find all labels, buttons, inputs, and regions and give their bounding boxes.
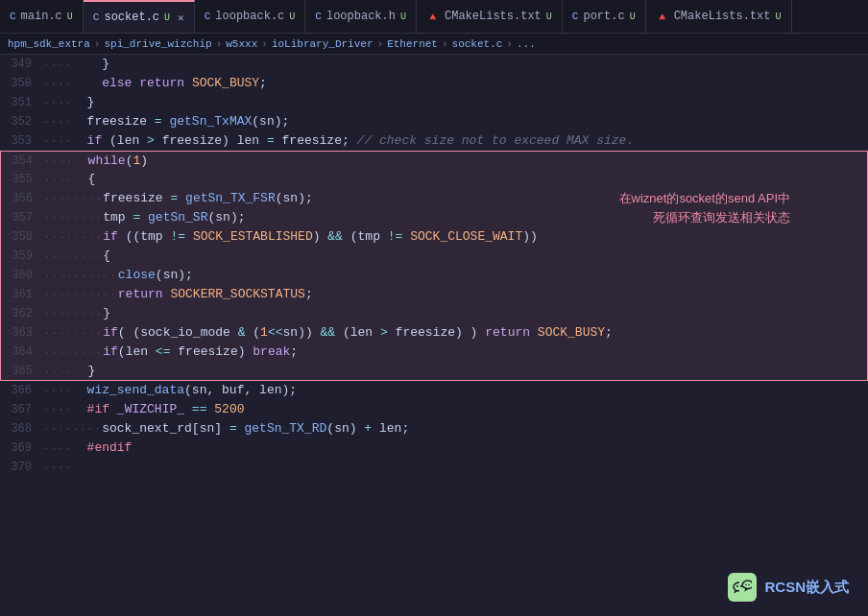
c-file-icon: C [572,11,579,22]
code-line-358: 358 ········ if ((tmp != SOCK_ESTABLISHE… [0,227,868,247]
code-line-359: 359 ········ { [0,247,868,266]
breadcrumb-ethernet: Ethernet [387,38,438,50]
code-line-361: 361 ············ return SOCKERR_SOCKSTAT… [0,285,868,304]
breadcrumb-part: hpm_sdk_extra [8,38,90,50]
tab-modified: U [546,12,552,22]
tab-loopback-c[interactable]: C loopback.c U [195,0,306,34]
tab-label: CMakeLists.txt [445,10,542,23]
breadcrumb-part: ioLibrary_Driver [272,38,374,50]
code-line-363: 363 ········ if( (sock_io_mode & (1<<sn)… [0,323,868,343]
code-line-352: 352 ···· freesize = getSn_TxMAX(sn); [0,112,868,131]
code-line-364: 364 ········ if(len <= freesize) break; [0,343,868,362]
cmake-file-icon: 🔺 [656,11,669,23]
breadcrumb: hpm_sdk_extra › spi_drive_wizchip › w5xx… [0,34,868,55]
tab-cmakelists-2[interactable]: 🔺 CMakeLists.txt U [646,0,792,34]
h-file-icon: C [315,11,322,22]
tab-label: loopback.c [215,10,284,23]
annotation-line2: 死循环查询发送相关状态 [653,208,790,227]
tab-label: loopback.h [326,10,396,23]
code-line-353: 353 ···· if (len > freesize) len = frees… [0,131,868,151]
tab-modified: U [67,12,73,22]
c-file-icon: C [205,11,211,22]
cmake-file-icon: 🔺 [426,11,440,23]
code-line-356: 356 ········ freesize = getSn_TX_FSR(sn)… [0,189,868,208]
tab-port-c[interactable]: C port.c U [563,0,646,34]
svg-point-0 [736,585,738,587]
annotation-line1: 在wiznet的socket的send API中 [619,189,790,208]
wechat-icon [728,573,757,602]
code-line-355: 355 ···· { [0,170,868,189]
code-line-357: 357 ········ tmp = getSn_SR(sn); 死循环查询发送… [0,208,868,227]
breadcrumb-part: spi_drive_wizchip [104,38,211,50]
c-file-icon: C [10,11,16,22]
code-line-351: 351 ···· } [0,93,868,112]
code-line-370: 370 ···· [0,458,868,477]
tab-modified: U [400,12,406,22]
code-line-350: 350 ···· else return SOCK_BUSY; [0,74,868,93]
code-line-360: 360 ············ close(sn); [0,266,868,285]
watermark: RCSN嵌入式 [728,573,849,602]
code-line-354: 354 ···· while(1) [0,151,868,170]
tab-bar: C main.c U C socket.c U ✕ C loopback.c U… [0,0,868,34]
breadcrumb-file: socket.c [452,38,503,50]
breadcrumb-more: ... [517,38,536,50]
tab-socket-c[interactable]: C socket.c U ✕ [84,0,195,34]
tab-loopback-h[interactable]: C loopback.h U [305,0,417,34]
code-line-366: 366 ···· wiz_send_data(sn, buf, len); [0,381,868,400]
code-line-362: 362 ········ } [0,304,868,323]
watermark-text: RCSN嵌入式 [764,579,849,597]
code-line-349: 349 ···· } [0,55,868,74]
tab-label: main.c [21,10,62,23]
svg-point-3 [749,584,751,586]
code-line-368: 368 ········ sock_next_rd[sn] = getSn_TX… [0,419,868,438]
tab-label: CMakeLists.txt [674,10,771,23]
breadcrumb-part: w5xxx [226,38,257,50]
svg-point-2 [746,584,748,586]
tab-cmakelists-1[interactable]: 🔺 CMakeLists.txt U [417,0,563,34]
tab-modified: U [289,12,295,22]
tab-label: socket.c [104,11,159,24]
tab-label: port.c [583,10,624,23]
tab-modified: U [776,12,782,22]
tab-modified: U [630,12,636,22]
code-line-369: 369 ···· #endif [0,438,868,458]
code-line-365: 365 ···· } [0,362,868,381]
c-file-icon: C [93,12,100,23]
tab-modified: U [164,12,170,23]
tab-main-c[interactable]: C main.c U [0,0,84,34]
code-line-367: 367 ···· #if _WIZCHIP_ == 5200 [0,400,868,419]
tab-close-button[interactable]: ✕ [178,12,184,24]
code-area[interactable]: 349 ···· } 350 ···· else return SOCK_BUS… [0,55,868,616]
